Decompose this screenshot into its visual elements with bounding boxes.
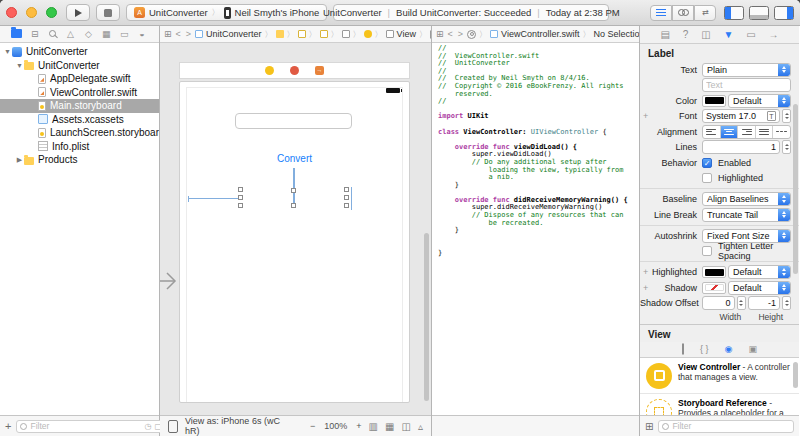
align-justify-segment[interactable] [756,126,774,138]
filter-input[interactable] [30,421,141,431]
run-button[interactable] [66,4,90,21]
disclosure-icon[interactable]: ▼ [15,62,24,69]
minimize-window-button[interactable] [26,7,37,18]
crumb-storyboard-icon[interactable] [298,30,306,38]
text-value-field[interactable] [702,78,791,92]
lines-field[interactable]: 1 [702,140,780,154]
font-picker-icon[interactable]: T [767,111,776,121]
scheme-selector[interactable]: A UnitConverter 〉 Neil Smyth's iPhone [126,4,327,21]
zoom-out-button[interactable]: − [310,421,315,431]
library-filter-field[interactable] [658,420,794,433]
align-center-segment[interactable] [721,126,739,138]
source-control-tab[interactable]: ⊟ [29,29,41,39]
font-field[interactable]: System 17.0 T [702,109,780,123]
tree-row-appdelegate[interactable]: AppDelegate.swift [0,72,159,86]
report-navigator-tab[interactable]: ◒ [136,29,148,39]
grid-view-button[interactable]: ⊞ [645,421,653,432]
storyboard-canvas[interactable]: → Convert [160,43,431,415]
font-stepper[interactable] [782,109,791,123]
highlighted-color-well[interactable] [702,266,726,278]
tree-row-infoplist[interactable]: Info.plist [0,140,159,154]
counterparts-icon[interactable] [467,30,476,39]
crumb-view-icon[interactable] [386,30,394,38]
assistant-file[interactable]: ViewController.swift [501,29,579,39]
resolve-autolayout-button[interactable]: ▵ [418,421,423,432]
view-as-label[interactable]: View as: iPhone 6s (wC hR) [185,416,289,436]
library-item-storyboard-reference[interactable]: Storyboard Reference - Provides a placeh… [640,394,799,416]
align-button[interactable]: ▦ [385,421,394,432]
related-items-icon[interactable]: ⊞ [164,29,172,39]
tree-row-products[interactable]: ▶ Products [0,153,159,167]
connections-inspector-tab[interactable]: → [769,29,779,40]
add-button[interactable]: + [5,420,11,432]
resize-handle[interactable] [344,187,349,192]
tree-row-launchscreen[interactable]: LaunchScreen.storyboard [0,126,159,140]
plus-icon[interactable]: + [643,283,648,293]
device-icon[interactable] [168,420,178,433]
clock-icon[interactable]: ◷ [144,422,151,431]
linebreak-popup[interactable]: Truncate Tail [702,208,791,222]
highlighted-popup[interactable]: Default [728,265,791,279]
zoom-window-button[interactable] [46,7,57,18]
issue-navigator-tab[interactable]: △ [65,29,77,39]
baseline-popup[interactable]: Align Baselines [702,192,791,206]
shadow-popup[interactable]: Default [728,281,791,295]
file-template-library-tab[interactable] [682,344,684,354]
canvas-scrollbar[interactable] [424,233,429,401]
align-right-segment[interactable] [738,126,756,138]
tighten-checkbox[interactable] [702,246,712,256]
view-controller-dock-icon[interactable] [265,66,274,75]
crumb-scene-icon[interactable] [342,30,350,38]
tree-row-main-storyboard[interactable]: Main.storyboard [0,99,159,113]
project-navigator-tab[interactable] [11,29,23,40]
crumb-view-controller-icon[interactable] [364,30,372,38]
convert-button[interactable]: Convert [180,153,409,164]
shadow-height-stepper[interactable] [782,296,791,310]
back-button[interactable]: < [175,29,182,39]
exit-icon[interactable]: → [315,66,324,75]
plus-icon[interactable]: + [643,267,648,277]
find-navigator-tab[interactable] [47,29,59,39]
resize-handle[interactable] [291,203,296,208]
tree-row-assets[interactable]: Assets.xcassets [0,113,159,127]
highlighted-checkbox[interactable] [702,173,712,183]
toggle-navigator-button[interactable] [724,6,744,20]
shadow-width-stepper[interactable] [737,296,746,310]
plus-icon[interactable]: + [643,111,648,121]
embed-in-stack-button[interactable]: ▥ [369,421,378,432]
inspector-scrollbar[interactable] [793,104,798,274]
navigator-filter-field[interactable]: ◷ ▢ [16,420,166,433]
attributes-inspector-tab[interactable]: ▼ [723,29,733,40]
library-item-view-controller[interactable]: View Controller - A controller that mana… [640,358,799,394]
lines-stepper[interactable] [782,140,791,154]
align-left-segment[interactable] [703,126,721,138]
enabled-checkbox[interactable]: ✓ [702,158,712,168]
assistant-selection[interactable]: No Selection [593,29,639,39]
first-responder-icon[interactable] [290,66,299,75]
toggle-debug-area-button[interactable] [749,6,769,20]
related-items-icon[interactable]: ⊞ [436,29,444,39]
resize-handle[interactable] [344,203,349,208]
object-library-tab[interactable]: ◉ [725,344,733,354]
initial-view-controller-arrow[interactable] [160,271,182,291]
text-field[interactable] [235,113,352,129]
debug-navigator-tab[interactable]: ▦ [100,29,112,39]
resize-handle[interactable] [291,188,296,193]
stop-button[interactable] [96,4,120,21]
text-popup[interactable]: Plain [702,63,791,77]
align-natural-segment[interactable] [773,126,790,138]
color-popup[interactable]: Default [728,94,791,108]
tree-row-project[interactable]: ▼ UnitConverter [0,45,159,59]
forward-button[interactable]: > [457,29,464,39]
crumb-view[interactable]: View [397,29,416,39]
library-filter-input[interactable] [672,421,790,431]
zoom-in-button[interactable]: + [356,421,361,431]
identity-inspector-tab[interactable]: ◫ [701,29,710,40]
disclosure-icon[interactable]: ▶ [15,156,24,164]
resize-handle[interactable] [238,187,243,192]
assistant-editor-button[interactable] [672,5,694,21]
size-inspector-tab[interactable]: ▭ [746,29,755,40]
code-lines[interactable]: //// ViewController.swift// UnitConverte… [432,43,639,415]
toggle-inspector-button[interactable] [774,6,794,20]
tree-row-viewcontroller[interactable]: ViewController.swift [0,86,159,100]
